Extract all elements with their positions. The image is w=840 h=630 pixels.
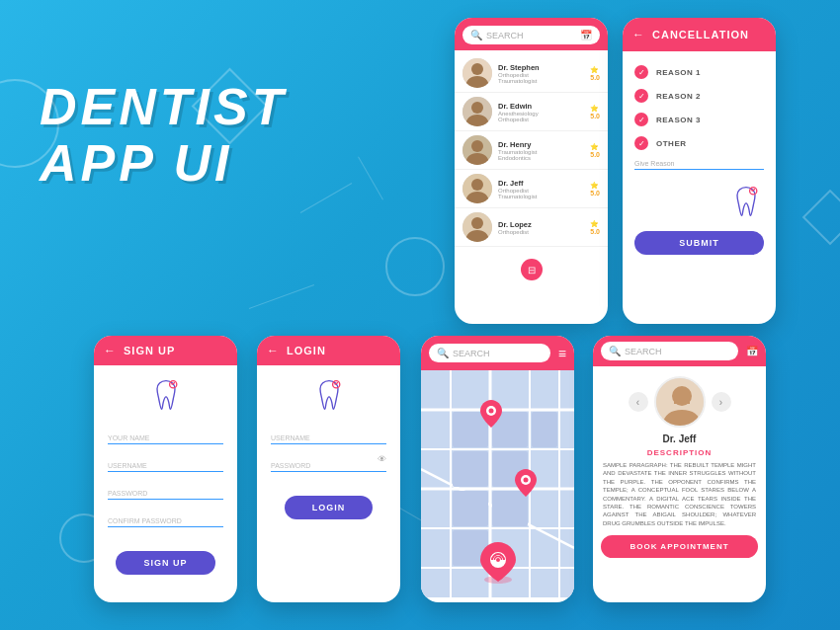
svg-rect-26 (453, 451, 488, 487)
signup-title: SIGN UP (124, 345, 175, 356)
signup-back-icon[interactable]: ← (104, 344, 116, 357)
doctor-rating: ⭐5.0 (590, 220, 600, 235)
phone-signup: ← SIGN UP SIGN UP (94, 336, 237, 602)
map-body (421, 370, 574, 597)
svg-point-1 (471, 63, 483, 75)
doctor-avatar (462, 212, 492, 242)
calendar-icon: 📅 (580, 30, 592, 40)
doctor-info: Dr. Henry TraumatologistEndodontics (498, 140, 584, 161)
profile-doctor-name: Dr. Jeff (593, 433, 766, 448)
svg-point-9 (471, 217, 483, 229)
signup-button[interactable]: SIGN UP (116, 551, 214, 575)
doctor-avatar (462, 135, 492, 165)
cancel-option-text: OTHER (656, 139, 687, 148)
cancel-title: CANCELLATION (652, 29, 749, 40)
profile-description-text: SAMPLE PARAGRAPH: THE REBUILT TEMPLE MIG… (593, 461, 766, 527)
deco-line-2 (358, 157, 383, 200)
svg-point-38 (496, 558, 500, 562)
search-icon: 🔍 (470, 30, 482, 40)
doctor-info: Dr. Edwin AnesthesiologyOrthopedist (498, 102, 584, 122)
signup-field[interactable] (108, 515, 223, 527)
cancel-body: ✓ REASON 1 ✓ REASON 2 ✓ REASON 3 ✓ OTHER… (623, 51, 776, 269)
doctor-rating: ⭐5.0 (590, 182, 600, 197)
doctor-rating: ⭐5.0 (590, 143, 600, 158)
submit-button[interactable]: SUBMIT (634, 231, 764, 255)
signup-header: ← SIGN UP (94, 336, 237, 365)
search-placeholder: SEARCH (486, 31, 576, 40)
doctor-list-item[interactable]: Dr. Lopez Orthopedist ⭐5.0 (455, 208, 608, 247)
doctor-name: Dr. Jeff (498, 179, 584, 188)
map-pin-bottom[interactable] (478, 540, 518, 588)
login-title: LOGIN (287, 345, 326, 356)
doctor-spec: OrthopedistTraumatologist (498, 188, 584, 199)
map-search-icon: 🔍 (437, 348, 449, 358)
map-pin-2[interactable] (515, 469, 537, 497)
doctor-rating: ⭐5.0 (590, 66, 600, 81)
signup-btn-wrap: SIGN UP (94, 551, 237, 575)
next-doctor-button[interactable]: › (712, 392, 731, 412)
signup-field[interactable] (108, 433, 223, 444)
deco-line-3 (249, 284, 314, 309)
search-bar[interactable]: 🔍 SEARCH 📅 (462, 26, 600, 44)
map-header: 🔍 SEARCH ≡ (421, 336, 574, 370)
login-field[interactable] (271, 460, 386, 472)
doctor-info: Dr. Stephen OrthopedistTraumatologist (498, 63, 584, 84)
calendar-icon-profile[interactable]: 📅 (746, 346, 758, 356)
search-header: 🔍 SEARCH 📅 (455, 18, 608, 50)
doctor-spec: OrthopedistTraumatologist (498, 72, 584, 84)
deco-line-1 (300, 183, 352, 213)
signup-field[interactable] (108, 488, 223, 500)
doctor-name: Dr. Lopez (498, 220, 584, 229)
menu-icon[interactable]: ≡ (558, 346, 566, 361)
deco-circle-3 (385, 237, 445, 296)
login-button[interactable]: LOGIN (285, 496, 374, 519)
svg-point-7 (471, 179, 483, 191)
doctor-rating: ⭐5.0 (590, 105, 600, 119)
cancel-option[interactable]: ✓ REASON 3 (634, 113, 764, 126)
login-form: 👁 (257, 423, 400, 490)
doctor-name: Dr. Stephen (498, 63, 584, 72)
profile-search-icon: 🔍 (609, 346, 621, 356)
doctor-list-item[interactable]: Dr. Edwin AnesthesiologyOrthopedist ⭐5.0 (455, 93, 608, 131)
tooth-icon (634, 184, 764, 219)
svg-point-33 (489, 409, 494, 414)
title-section: DENTIST APP UI (40, 79, 287, 192)
phone-cancel: ← CANCELLATION ✓ REASON 1 ✓ REASON 2 ✓ R… (623, 18, 776, 324)
svg-rect-29 (453, 491, 488, 526)
signup-field[interactable] (108, 460, 223, 472)
doctor-avatar (462, 97, 492, 126)
prev-doctor-button[interactable]: ‹ (629, 392, 648, 412)
password-eye-icon[interactable]: 👁 (378, 454, 386, 464)
svg-rect-41 (674, 400, 690, 404)
filter-button[interactable]: ⊟ (521, 259, 543, 280)
doctor-spec: TraumatologistEndodontics (498, 149, 584, 161)
doctor-list-item[interactable]: Dr. Henry TraumatologistEndodontics ⭐5.0 (455, 131, 608, 170)
give-reason-label: Give Reason (634, 160, 764, 167)
title-line1: DENTIST (40, 79, 287, 135)
login-back-icon[interactable]: ← (267, 344, 279, 357)
map-search-bar[interactable]: 🔍 SEARCH (429, 344, 550, 362)
profile-search-bar[interactable]: 🔍 SEARCH (601, 342, 738, 360)
cancel-option[interactable]: ✓ REASON 2 (634, 89, 764, 103)
svg-point-5 (471, 140, 483, 152)
doctor-info: Dr. Jeff OrthopedistTraumatologist (498, 179, 584, 199)
doctor-list-item[interactable]: Dr. Stephen OrthopedistTraumatologist ⭐5… (455, 54, 608, 93)
signup-form (94, 423, 237, 545)
profile-description-title: DESCRIPTION (593, 448, 766, 457)
deco-diamond-2 (802, 190, 840, 246)
phone-map: 🔍 SEARCH ≡ (421, 336, 574, 602)
back-arrow-icon[interactable]: ← (632, 28, 644, 41)
login-btn-wrap: LOGIN (257, 496, 400, 519)
doctor-list: Dr. Stephen OrthopedistTraumatologist ⭐5… (455, 50, 608, 251)
doctor-list-item[interactable]: Dr. Jeff OrthopedistTraumatologist ⭐5.0 (455, 170, 608, 208)
login-tooth-icon (311, 377, 347, 413)
map-pin-1[interactable] (480, 400, 502, 428)
cancel-option[interactable]: ✓ OTHER (634, 136, 764, 150)
svg-point-3 (471, 102, 483, 114)
give-reason-input[interactable] (634, 169, 764, 170)
login-field[interactable] (271, 433, 386, 444)
cancel-option[interactable]: ✓ REASON 1 (634, 65, 764, 79)
doctor-avatar (462, 174, 492, 203)
book-appointment-button[interactable]: BOOK APPOINTMENT (601, 535, 758, 558)
login-header: ← LOGIN (257, 336, 400, 365)
